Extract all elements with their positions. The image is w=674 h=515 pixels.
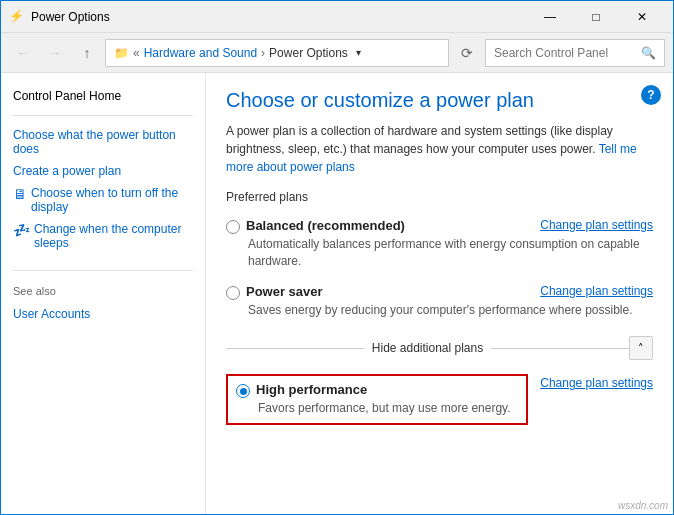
monitor-icon: 🖥: [13, 186, 27, 202]
main-panel: ? Choose or customize a power plan A pow…: [206, 73, 673, 514]
balanced-plan: Balanced (recommended) Change plan setti…: [226, 212, 653, 278]
main-description: A power plan is a collection of hardware…: [226, 122, 653, 176]
sidebar-see-also: See also User Accounts: [1, 270, 205, 325]
high-performance-plan-row: High performance Favors performance, but…: [226, 374, 653, 429]
power-saver-plan-desc: Saves energy by reducing your computer's…: [248, 302, 653, 319]
minimize-button[interactable]: —: [527, 1, 573, 33]
breadcrumb-folder-icon: 📁: [114, 46, 129, 60]
search-button[interactable]: 🔍: [641, 46, 656, 60]
sidebar: Control Panel Home Choose what the power…: [1, 73, 206, 514]
address-bar: ← → ↑ 📁 « Hardware and Sound › Power Opt…: [1, 33, 673, 73]
balanced-plan-desc: Automatically balances performance with …: [248, 236, 653, 270]
power-saver-plan: Power saver Change plan settings Saves e…: [226, 278, 653, 327]
sidebar-divider2: [13, 270, 193, 271]
high-performance-plan-desc: Favors performance, but may use more ene…: [258, 400, 518, 417]
preferred-plans-header: Preferred plans: [226, 190, 653, 204]
help-button[interactable]: ?: [641, 85, 661, 105]
high-performance-plan-left: High performance: [236, 382, 518, 398]
power-saver-change-link[interactable]: Change plan settings: [540, 284, 653, 298]
collapse-label: Hide additional plans: [364, 341, 491, 355]
content-area: Control Panel Home Choose what the power…: [1, 73, 673, 514]
collapse-line-right: [491, 348, 629, 349]
high-performance-change-link[interactable]: Change plan settings: [540, 376, 653, 390]
maximize-button[interactable]: □: [573, 1, 619, 33]
high-performance-plan-label[interactable]: High performance: [256, 382, 367, 397]
sidebar-home[interactable]: Control Panel Home: [1, 85, 205, 107]
window-controls: — □ ✕: [527, 1, 665, 33]
search-input[interactable]: [494, 46, 641, 60]
sidebar-item-user-accounts[interactable]: User Accounts: [1, 303, 205, 325]
collapse-row: Hide additional plans ˄: [226, 336, 653, 360]
sidebar-item-computer-sleeps[interactable]: 💤 Change when the computer sleeps: [1, 218, 205, 254]
window-title: Power Options: [31, 10, 527, 24]
title-bar: ⚡ Power Options — □ ✕: [1, 1, 673, 33]
breadcrumb: 📁 « Hardware and Sound › Power Options ▾: [105, 39, 449, 67]
balanced-plan-row: Balanced (recommended) Change plan setti…: [226, 218, 653, 234]
power-options-window: ⚡ Power Options — □ ✕ ← → ↑ 📁 « Hardware…: [0, 0, 674, 515]
balanced-plan-label[interactable]: Balanced (recommended): [246, 218, 405, 233]
sidebar-divider1: [13, 115, 193, 116]
collapse-line-left: [226, 348, 364, 349]
refresh-button[interactable]: ⟳: [453, 39, 481, 67]
power-saver-plan-left: Power saver: [226, 284, 323, 300]
page-title: Choose or customize a power plan: [226, 89, 653, 112]
power-saver-plan-label[interactable]: Power saver: [246, 284, 323, 299]
breadcrumb-arrow: ›: [261, 46, 265, 60]
close-button[interactable]: ✕: [619, 1, 665, 33]
balanced-radio[interactable]: [226, 220, 240, 234]
high-performance-plan: High performance Favors performance, but…: [226, 368, 653, 437]
collapse-button[interactable]: ˄: [629, 336, 653, 360]
watermark: wsxdn.com: [618, 500, 668, 511]
power-saver-plan-row: Power saver Change plan settings: [226, 284, 653, 300]
balanced-plan-left: Balanced (recommended): [226, 218, 405, 234]
high-performance-radio[interactable]: [236, 384, 250, 398]
forward-button[interactable]: →: [41, 39, 69, 67]
sidebar-item-create-plan[interactable]: Create a power plan: [1, 160, 205, 182]
search-box: 🔍: [485, 39, 665, 67]
sidebar-item-power-button[interactable]: Choose what the power button does: [1, 124, 205, 160]
breadcrumb-hardware-sound[interactable]: Hardware and Sound: [144, 46, 257, 60]
breadcrumb-current: Power Options: [269, 46, 348, 60]
see-also-label: See also: [1, 279, 205, 303]
balanced-change-link[interactable]: Change plan settings: [540, 218, 653, 232]
sleep-icon: 💤: [13, 222, 30, 238]
power-saver-radio[interactable]: [226, 286, 240, 300]
sidebar-item-turn-off-display[interactable]: 🖥 Choose when to turn off the display: [1, 182, 205, 218]
breadcrumb-dropdown[interactable]: ▾: [352, 47, 365, 58]
window-icon: ⚡: [9, 9, 25, 25]
up-button[interactable]: ↑: [73, 39, 101, 67]
back-button[interactable]: ←: [9, 39, 37, 67]
breadcrumb-sep1: «: [133, 46, 140, 60]
high-performance-highlight-box: High performance Favors performance, but…: [226, 374, 528, 425]
